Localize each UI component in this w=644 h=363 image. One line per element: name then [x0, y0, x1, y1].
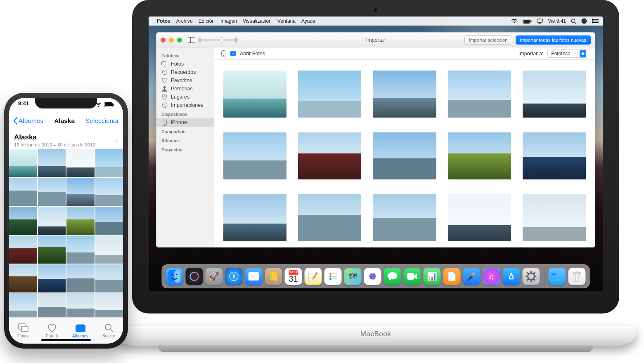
photo-thumbnail[interactable] — [523, 132, 586, 179]
notifications-icon[interactable] — [592, 19, 599, 24]
photo-thumbnail[interactable] — [9, 236, 37, 264]
photo-thumbnail[interactable] — [9, 207, 37, 235]
photo-thumbnail[interactable] — [373, 194, 436, 241]
photo-thumbnail[interactable] — [95, 264, 123, 292]
sidebar-toggle-icon[interactable] — [188, 37, 195, 43]
tab-search[interactable]: Buscar — [102, 323, 115, 338]
menubar-item[interactable]: Edición — [199, 18, 215, 24]
photo-thumbnail[interactable] — [523, 194, 586, 241]
wifi-icon[interactable] — [511, 19, 518, 24]
sidebar-item-people[interactable]: Personas — [156, 85, 214, 93]
dock-app-safari[interactable] — [225, 268, 243, 285]
home-indicator[interactable] — [41, 339, 91, 341]
photo-thumbnail[interactable] — [95, 207, 123, 235]
dock-app-maps[interactable]: 🗺 — [344, 268, 362, 285]
tab-albums[interactable]: Álbumes — [72, 323, 88, 338]
menubar-app-name[interactable]: Fotos — [157, 18, 170, 24]
photo-thumbnail[interactable] — [38, 207, 66, 235]
photo-thumbnail[interactable] — [95, 293, 123, 317]
menubar-item[interactable]: Ayuda — [301, 18, 315, 24]
photo-thumbnail[interactable] — [9, 293, 37, 317]
open-photos-checkbox[interactable]: ✓ — [230, 51, 236, 56]
sidebar-item-memories[interactable]: Recuerdos — [156, 68, 214, 76]
photo-thumbnail[interactable] — [373, 71, 436, 118]
sidebar-item-imports[interactable]: Importaciones — [156, 101, 214, 109]
photo-thumbnail[interactable] — [95, 149, 123, 177]
dock-app-itunes[interactable]: ♫ — [483, 268, 500, 285]
photo-thumbnail[interactable] — [298, 194, 361, 241]
photo-thumbnail[interactable] — [38, 236, 66, 264]
siri-icon[interactable] — [581, 18, 587, 24]
sidebar-item-iphone[interactable]: iPhone — [156, 118, 214, 127]
tab-photos[interactable]: Fotos — [18, 323, 29, 338]
import-selection-button[interactable]: Importar selección — [464, 35, 512, 45]
dock-app-mail[interactable] — [245, 268, 263, 285]
menubar-item[interactable]: Visualización — [243, 18, 272, 24]
photo-thumbnail[interactable] — [448, 71, 511, 118]
dock-app-reminders[interactable] — [324, 268, 342, 285]
thumbnail-zoom-slider[interactable] — [199, 39, 237, 41]
sidebar-section-header[interactable]: Álbumes — [156, 136, 214, 145]
menubar-item[interactable]: Ventana — [277, 18, 296, 24]
menubar-item[interactable]: Archivo — [176, 18, 193, 24]
photo-thumbnail[interactable] — [38, 264, 66, 292]
battery-icon[interactable] — [523, 19, 532, 24]
photo-thumbnail[interactable] — [448, 132, 511, 179]
dock-app-photos[interactable] — [364, 268, 381, 285]
window-titlebar[interactable]: Importar Importar selección Importar tod… — [156, 33, 595, 47]
close-button[interactable] — [161, 38, 166, 42]
sidebar-section-header[interactable]: Compartido — [156, 127, 214, 136]
photo-thumbnail[interactable] — [9, 264, 37, 292]
dock-app-keynote[interactable]: 🎤 — [463, 268, 481, 285]
back-button[interactable]: Álbumes — [13, 117, 43, 125]
dock-downloads-folder[interactable] — [549, 268, 566, 285]
photo-thumbnail[interactable] — [9, 149, 37, 177]
dock-app-contacts[interactable]: 📒 — [265, 268, 282, 285]
airplay-icon[interactable] — [537, 19, 543, 24]
photo-thumbnail[interactable] — [38, 293, 66, 317]
dock-app-numbers[interactable]: 📊 — [424, 268, 441, 285]
photo-thumbnail[interactable] — [66, 149, 95, 177]
sidebar-item-favorites[interactable]: Favoritos — [156, 76, 214, 85]
tab-foryou[interactable]: Para ti — [46, 323, 58, 338]
dock-app-notes[interactable]: 📝 — [305, 268, 322, 285]
dock-app-launchpad[interactable]: 🚀 — [206, 268, 223, 285]
minimize-button[interactable] — [169, 38, 174, 42]
photo-thumbnail[interactable] — [223, 132, 286, 179]
photo-thumbnail[interactable] — [223, 194, 286, 241]
photo-thumbnail[interactable] — [66, 207, 95, 235]
sidebar-section-header[interactable]: Proyectos — [156, 145, 214, 154]
sidebar-item-photos[interactable]: Fotos — [156, 60, 214, 68]
photo-thumbnail[interactable] — [298, 71, 361, 118]
dock-app-preferences[interactable] — [523, 268, 540, 285]
photo-thumbnail[interactable] — [223, 71, 286, 118]
photo-thumbnail[interactable] — [66, 293, 95, 317]
dock-app-appstore[interactable] — [503, 268, 520, 285]
photo-thumbnail[interactable] — [523, 71, 586, 118]
photo-thumbnail[interactable] — [66, 178, 95, 206]
dock-trash[interactable] — [568, 268, 586, 285]
dock-app-pages[interactable]: 📄 — [443, 268, 461, 285]
dock-app-facetime[interactable] — [404, 268, 421, 285]
dock-app-calendar[interactable]: AGO 31 — [285, 268, 302, 285]
photo-thumbnail[interactable] — [66, 264, 95, 292]
dock-app-messages[interactable] — [384, 268, 401, 285]
photo-thumbnail[interactable] — [448, 194, 511, 241]
photo-thumbnail[interactable] — [38, 178, 66, 206]
fullscreen-button[interactable] — [177, 38, 182, 42]
photo-thumbnail[interactable] — [373, 132, 436, 179]
spotlight-icon[interactable] — [571, 19, 576, 24]
album-header[interactable]: Alaska 13 de jun de 2012 – 30 de jun de … — [9, 131, 123, 151]
dock-app-finder[interactable] — [166, 268, 183, 285]
photo-thumbnail[interactable] — [298, 132, 361, 179]
photo-thumbnail[interactable] — [9, 178, 37, 206]
photo-thumbnail[interactable] — [66, 236, 95, 264]
photo-thumbnail[interactable] — [95, 178, 123, 206]
menubar-item[interactable]: Imagen — [220, 18, 237, 24]
menubar-clock[interactable]: Vie 9:41 — [548, 18, 566, 24]
dock-app-siri[interactable] — [186, 268, 203, 285]
select-button[interactable]: Seleccionar — [85, 117, 119, 125]
photo-thumbnail[interactable] — [95, 236, 123, 264]
import-to-select[interactable]: Fototeca — [547, 50, 589, 58]
photo-thumbnail[interactable] — [38, 149, 66, 177]
